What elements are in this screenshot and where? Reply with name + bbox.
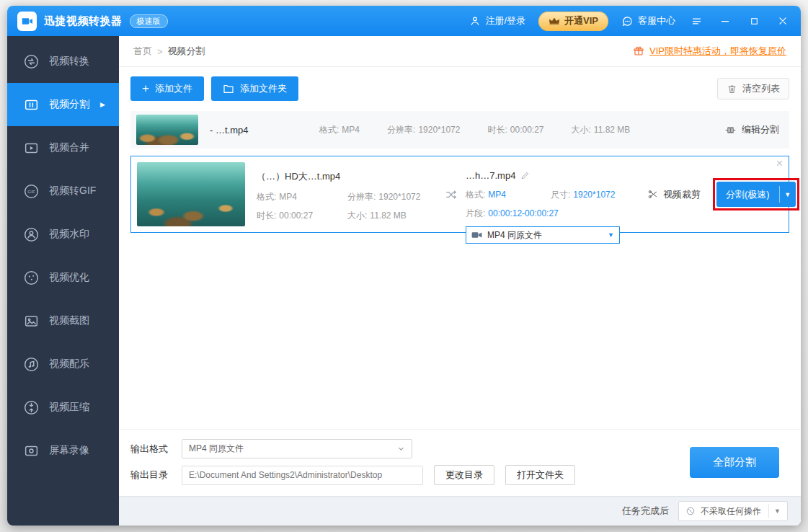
after-task-select[interactable]: 不采取任何操作 ▼ [678,501,788,521]
remove-file-icon[interactable]: × [776,158,783,169]
file-duration: 时长:00:00:27 [487,124,543,136]
output-info: …h…7.mp4 格式:MP4 尺寸:1920*1072 片段:00:00:12… [466,162,637,226]
maximize-button[interactable] [746,13,762,29]
support-button[interactable]: 客服中心 [621,14,675,27]
gift-icon [633,45,644,57]
sidebar-item-video-merge[interactable]: 视频合并 [7,126,119,169]
toolbar: + 添加文件 添加文件夹 清空列表 [119,67,801,108]
menu-button[interactable] [688,13,704,29]
source-resolution: 分辨率:1920*1072 [347,191,420,203]
file-list: - …t.mp4 格式:MP4 分辨率:1920*1072 时长:00:00:2… [119,108,801,233]
output-dir-input[interactable] [182,466,423,485]
screenshot-icon [22,312,40,329]
file-size: 大小:11.82 MB [572,124,631,136]
source-duration: 时长:00:00:27 [257,210,332,222]
file-name: - …t.mp4 [210,125,319,136]
sidebar-item-screen-record[interactable]: 屏幕录像 [7,429,119,472]
login-button[interactable]: 注册/登录 [469,14,525,27]
sidebar-item-video-screenshot[interactable]: 视频截图 [7,299,119,342]
sidebar-item-video-music[interactable]: 视频配乐 [7,342,119,386]
minimize-button[interactable] [717,13,733,29]
output-file-name: …h…7.mp4 [466,170,637,181]
selected-file-row[interactable]: （…）HD大…t.mp4 格式:MP4 分辨率:1920*1072 时长:00:… [130,156,789,233]
add-file-label: 添加文件 [155,82,192,95]
titlebar: 迅捷视频转换器 极速版 注册/登录 开通VIP 客服中心 [7,6,801,36]
sidebar-item-video-to-gif[interactable]: GIF 视频转GIF [7,169,119,213]
sidebar-item-label: 视频优化 [49,271,89,284]
vip-promo-link[interactable]: VIP限时特惠活动，即将恢复原价 [649,45,786,58]
video-crop-button[interactable]: 视频裁剪 [647,188,701,201]
row-format-select[interactable]: MP4 同原文件 ▼ [466,226,620,244]
main-content: 首页 > 视频分割 VIP限时特惠活动，即将恢复原价 + 添加文件 [119,36,801,526]
split-dropdown-arrow-icon[interactable]: ▼ [780,182,796,207]
active-arrow-icon: ▶ [100,101,105,108]
chevron-down-icon: ▼ [608,231,614,239]
support-label: 客服中心 [638,14,675,27]
sidebar-item-video-split[interactable]: 视频分割 ▶ [7,83,119,126]
status-bar: 任务完成后 不采取任何操作 ▼ [119,496,801,526]
open-folder-button[interactable]: 打开文件夹 [505,465,575,485]
after-task-value: 不采取任何操作 [701,505,761,518]
sidebar: 视频转换 视频分割 ▶ 视频合并 GIF 视频转GIF [7,36,119,526]
merge-icon [22,139,40,156]
source-format: 格式:MP4 [257,191,332,203]
titlebar-actions: 注册/登录 开通VIP 客服中心 [469,12,791,31]
optimize-icon [22,269,40,286]
sidebar-item-video-optimize[interactable]: 视频优化 [7,256,119,299]
breadcrumb-home[interactable]: 首页 [133,45,152,58]
breadcrumb: 首页 > 视频分割 VIP限时特惠活动，即将恢复原价 [119,36,801,67]
change-dir-button[interactable]: 更改目录 [434,465,494,485]
split-all-label: 全部分割 [713,456,756,469]
app-window: 迅捷视频转换器 极速版 注册/登录 开通VIP 客服中心 [7,6,801,526]
clear-list-label: 清空列表 [742,82,780,95]
chat-icon [621,15,634,27]
output-segment: 片段:00:00:12-00:00:27 [466,208,615,220]
convert-direction-icon [438,188,464,201]
sidebar-item-video-watermark[interactable]: 视频水印 [7,213,119,256]
edit-split-button[interactable]: 编辑分割 [724,123,779,136]
add-folder-button[interactable]: 添加文件夹 [211,76,298,101]
vip-button[interactable]: 开通VIP [538,12,608,31]
folder-icon [223,84,234,94]
row-format-value: MP4 同原文件 [487,229,542,241]
login-label: 注册/登录 [485,14,525,27]
vip-promo: VIP限时特惠活动，即将恢复原价 [633,45,786,58]
output-dir-label: 输出目录 [130,469,172,482]
compress-icon [22,399,40,416]
output-panel: 输出格式 MP4 同原文件 输出目录 更改目录 [119,429,801,496]
split-all-button[interactable]: 全部分割 [690,447,779,478]
chevron-down-icon [397,445,405,453]
watermark-icon [22,226,40,243]
user-icon [469,15,481,27]
breadcrumb-current: 视频分割 [168,45,205,58]
add-folder-label: 添加文件夹 [240,82,287,95]
output-format-select[interactable]: MP4 同原文件 [182,439,412,458]
sidebar-item-video-compress[interactable]: 视频压缩 [7,386,119,429]
output-dimensions: 尺寸:1920*1072 [551,189,615,201]
file-resolution: 分辨率:1920*1072 [387,124,460,136]
open-folder-label: 打开文件夹 [517,469,564,482]
sidebar-item-label: 视频截图 [49,314,89,327]
film-icon [471,231,482,239]
clear-list-button[interactable]: 清空列表 [717,78,789,99]
split-button-area: 分割(极速) ▼ [716,182,796,207]
split-fast-button[interactable]: 分割(极速) ▼ [716,182,796,207]
breadcrumb-separator: > [157,46,163,57]
app-title: 迅捷视频转换器 [44,14,123,28]
rename-pencil-icon[interactable] [520,171,530,180]
sidebar-item-video-convert[interactable]: 视频转换 [7,40,119,83]
video-crop-label: 视频裁剪 [663,188,701,201]
sidebar-item-label: 视频转GIF [49,185,96,198]
scissors-icon [647,189,658,200]
sidebar-item-label: 视频合并 [49,141,89,154]
video-thumbnail [136,115,198,145]
edition-badge: 极速版 [130,14,168,28]
add-file-button[interactable]: + 添加文件 [130,76,204,101]
sidebar-item-label: 视频配乐 [49,358,89,371]
file-row[interactable]: - …t.mp4 格式:MP4 分辨率:1920*1072 时长:00:00:2… [130,111,789,148]
plus-icon: + [142,82,149,94]
trash-icon [727,84,737,94]
sidebar-item-label: 视频压缩 [49,401,89,414]
change-dir-label: 更改目录 [445,469,483,482]
close-button[interactable] [775,13,791,29]
